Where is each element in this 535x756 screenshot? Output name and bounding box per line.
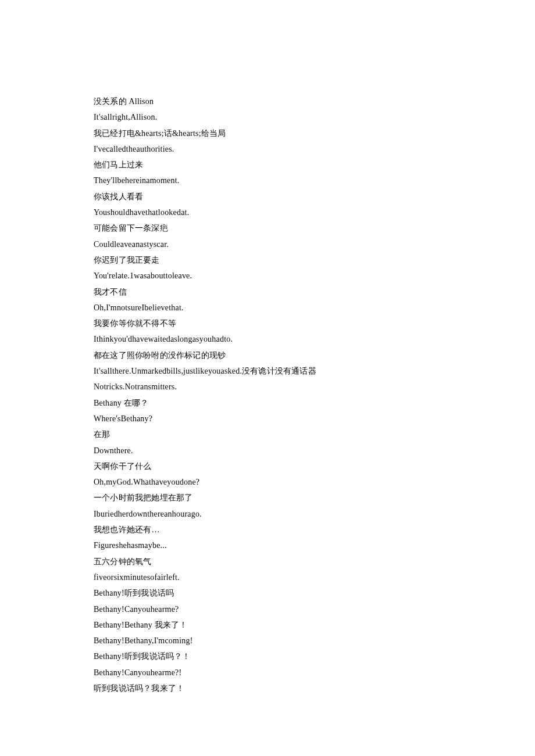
- text-line: 你该找人看看: [94, 193, 535, 201]
- text-line: Bethany!Canyouhearme?!: [94, 669, 535, 677]
- text-line: 我才不信: [94, 288, 535, 296]
- text-line: 你迟到了我正要走: [94, 256, 535, 264]
- text-line: 可能会留下一条深疤: [94, 224, 535, 232]
- text-line: 听到我说话吗？我来了！: [94, 685, 535, 693]
- text-line: 我已经打电&hearts;话&hearts;给当局: [94, 130, 535, 138]
- text-line: fiveorsixminutesofairleft.: [94, 574, 535, 582]
- text-line: 没关系的 Allison: [94, 98, 535, 106]
- text-line: Bethany!听到我说话吗: [94, 589, 535, 597]
- text-line: I'vecalledtheauthorities.: [94, 145, 535, 153]
- text-line: Iburiedherdownthereanhourago.: [94, 510, 535, 518]
- text-line: It'sallright,Allison.: [94, 113, 535, 121]
- text-line: Bethany!Bethany 我来了！: [94, 621, 535, 629]
- text-line: 他们马上过来: [94, 161, 535, 169]
- text-line: 都在这了照你吩咐的没作标记的现钞: [94, 352, 535, 360]
- text-line: Bethany 在哪？: [94, 399, 535, 407]
- text-line: Downthere.: [94, 447, 535, 455]
- text-line: 天啊你干了什么: [94, 463, 535, 471]
- text-line: 我想也许她还有…: [94, 526, 535, 534]
- text-line: Youshouldhavethatlookedat.: [94, 209, 535, 217]
- text-line: 我要你等你就不得不等: [94, 320, 535, 328]
- text-line: 五六分钟的氧气: [94, 558, 535, 566]
- text-line: Oh,I'mnotsureIbelievethat.: [94, 304, 535, 312]
- text-line: Bethany!听到我说话吗？！: [94, 653, 535, 661]
- text-line: They'llbehereinamoment.: [94, 177, 535, 185]
- text-line: Couldleaveanastyscar.: [94, 241, 535, 249]
- text-line: Figureshehasmaybe...: [94, 542, 535, 550]
- text-line: You'relate.1wasabouttoleave.: [94, 272, 535, 280]
- text-line: Notricks.Notransmitters.: [94, 383, 535, 391]
- text-line: It'sallthere.Unmarkedbills,justlikeyouas…: [94, 367, 535, 375]
- text-line: Bethany!Canyouhearme?: [94, 605, 535, 614]
- text-line: Oh,myGod.Whathaveyoudone?: [94, 478, 535, 486]
- text-line: Bethany!Bethany,I'mcoming!: [94, 637, 535, 645]
- text-line: Ithinkyou'dhavewaitedaslongasyouhadto.: [94, 335, 535, 343]
- text-line: 一个小时前我把她埋在那了: [94, 494, 535, 502]
- document-body: 没关系的 AllisonIt'sallright,Allison.我已经打电&h…: [94, 98, 535, 693]
- text-line: 在那: [94, 431, 535, 439]
- text-line: Where'sBethany?: [94, 415, 535, 423]
